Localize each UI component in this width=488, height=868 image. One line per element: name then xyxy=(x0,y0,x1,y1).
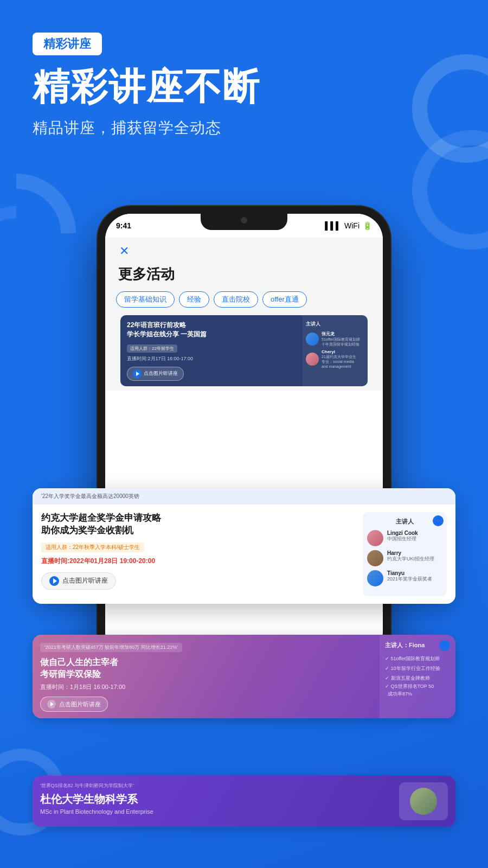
tag-badge: 精彩讲座 xyxy=(33,33,102,55)
speaker-avatar-0 xyxy=(306,333,319,346)
filter-tab-3[interactable]: offer直通 xyxy=(262,291,307,308)
fc-speaker-2: Tianyu 2021年奖学金获奖者 xyxy=(367,570,442,586)
deco-circle-2 xyxy=(412,130,488,250)
bc1-listen-btn[interactable]: 点击图片听讲座 xyxy=(40,697,108,712)
speaker-1-role: 21届约克大学毕业生专业：social mediaand management xyxy=(322,354,356,369)
filter-tabs: 留学基础知识 经验 直击院校 offer直通 xyxy=(116,291,372,308)
card-1-title: 22年语言班行前攻略学长学姐在线分享 一英国篇 xyxy=(127,321,296,339)
bc1-time: 直播时间：1月18日 16:00-17:00 xyxy=(40,683,372,691)
fc-audience: 适用人群：22年秋季入学本科/硕士学生 xyxy=(41,542,144,552)
fc-speakers-label: 主讲人 xyxy=(367,518,442,526)
bc1-left: '2021年考研人数突破457万 较前年增加80万 同比增长21.22%' 做自… xyxy=(33,635,380,718)
fc-play-triangle xyxy=(53,578,57,584)
fc-blue-dot xyxy=(433,515,444,526)
sub-title: 精品讲座，捕获留学全动态 xyxy=(33,118,455,138)
fc-speaker-1-name: Harry xyxy=(387,550,434,556)
fc-speaker-1-info: Harry 约克大学UKI招生经理 xyxy=(387,550,434,563)
speaker-1-name: Cheryl xyxy=(322,349,356,354)
bc1-btn-label: 点击图片听讲座 xyxy=(59,700,101,709)
bottom-card-2[interactable]: '世界QS排名82 与牛津剑桥同为学院制大学' 杜伦大学生物科学系 MSc in… xyxy=(33,776,455,827)
bc2-top-tag: '世界QS排名82 与牛津剑桥同为学院制大学' xyxy=(40,782,394,789)
screen-content: ✕ 更多活动 留学基础知识 经验 直击院校 offer直通 22年语言班行前攻略… xyxy=(105,238,383,391)
speaker-avatar-1 xyxy=(306,353,319,366)
status-time: 9:41 xyxy=(116,221,131,230)
bc2-left: '世界QS排名82 与牛津剑桥同为学院制大学' 杜伦大学生物科学系 MSc in… xyxy=(40,782,394,815)
fc-listen-btn[interactable]: 点击图片听讲座 xyxy=(41,572,116,590)
fc-speaker-1-role: 约克大学UKI招生经理 xyxy=(387,556,434,563)
fc-header: '22年入学奖学金最高金额高达20000英镑 xyxy=(33,488,455,505)
speaker-0-name: 张元龙 xyxy=(322,331,360,337)
speaker-1-info: Cheryl 21届约克大学毕业生专业：social mediaand mana… xyxy=(322,349,356,369)
filter-tab-2[interactable]: 直击院校 xyxy=(214,291,258,308)
bc2-right xyxy=(399,782,448,820)
card-1-speaker-0: 张元龙 51offer国际教育规划师十年英国留学规划经验 xyxy=(306,331,364,347)
fc-btn-label: 点击图片听讲座 xyxy=(62,576,108,585)
fc-play-circle xyxy=(49,576,59,586)
bc1-play-circle xyxy=(47,700,56,709)
bc1-right: 主讲人：Fiona ✓ 51offer国际教育规划师 ✓ 10年留学行业工作经验… xyxy=(380,635,455,718)
fc-right: 主讲人 Lingzi Cook 中国招生经理 Harry 约克大学UKI招生经理 xyxy=(363,512,447,596)
fc-title: 约克大学超全奖学金申请攻略助你成为奖学金收割机 xyxy=(41,512,356,537)
fc-avatar-1 xyxy=(367,550,383,566)
card-1-wrapper: 22年语言班行前攻略学长学姐在线分享 一英国篇 适用人群：22年留学生 直播时间… xyxy=(116,315,372,391)
screen-section-title: 更多活动 xyxy=(116,265,372,284)
fc-top-tag: '22年入学奖学金最高金额高达20000英镑 xyxy=(41,493,139,499)
fc-time: 直播时间:2022年01月28日 19:00-20:00 xyxy=(41,557,356,566)
card-1-listen-btn[interactable]: 点击图片听讲座 xyxy=(127,367,184,381)
fc-speaker-0-role: 中国招生经理 xyxy=(387,536,418,542)
featured-card: '22年入学奖学金最高金额高达20000英镑 约克大学超全奖学金申请攻略助你成为… xyxy=(33,488,455,604)
bc1-title: 做自己人生的主宰者考研留学双保险 xyxy=(40,656,372,680)
fc-speaker-1: Harry 约克大学UKI招生经理 xyxy=(367,550,442,566)
bc1-checks: ✓ 51offer国际教育规划师 ✓ 10年留学行业工作经验 ✓ 新浪五星金牌教… xyxy=(385,654,450,698)
fc-speaker-2-info: Tianyu 2021年奖学金获奖者 xyxy=(387,570,432,583)
bc1-top-tag: '2021年考研人数突破457万 较前年增加80万 同比增长21.22%' xyxy=(40,643,182,652)
card-1-btn-label: 点击图片听讲座 xyxy=(144,370,178,377)
bc2-subtitle: MSc in Plant Biotechnology and Enterpris… xyxy=(40,808,394,815)
filter-tab-0[interactable]: 留学基础知识 xyxy=(116,291,175,308)
fc-speaker-2-role: 2021年奖学金获奖者 xyxy=(387,576,432,583)
header: 精彩讲座 精彩讲座不断 精品讲座，捕获留学全动态 xyxy=(33,33,455,138)
main-title: 精彩讲座不断 xyxy=(33,66,455,107)
card-1-audience: 适用人群：22年留学生 xyxy=(127,344,177,353)
filter-tab-1[interactable]: 经验 xyxy=(179,291,209,308)
play-icon-1 xyxy=(133,369,142,378)
fc-avatar-2 xyxy=(367,570,383,586)
wifi-icon: WiFi xyxy=(344,221,359,230)
bc2-avatar xyxy=(410,788,437,815)
fc-speaker-0-info: Lingzi Cook 中国招生经理 xyxy=(387,530,418,542)
card-1-left: 22年语言班行前攻略学长学姐在线分享 一英国篇 适用人群：22年留学生 直播时间… xyxy=(120,315,303,386)
phone-camera xyxy=(241,217,247,224)
bottom-card-1[interactable]: '2021年考研人数突破457万 较前年增加80万 同比增长21.22%' 做自… xyxy=(33,635,455,718)
card-1-host-label: 主讲人 xyxy=(306,321,364,328)
speaker-0-role: 51offer国际教育规划师十年英国留学规划经验 xyxy=(322,337,360,347)
speaker-0-info: 张元龙 51offer国际教育规划师十年英国留学规划经验 xyxy=(322,331,360,347)
fc-body: 约克大学超全奖学金申请攻略助你成为奖学金收割机 适用人群：22年秋季入学本科/硕… xyxy=(33,505,455,604)
card-1-time: 直播时间:2月17日 16:00-17:00 xyxy=(127,355,296,362)
bc2-title: 杜伦大学生物科学系 xyxy=(40,793,394,806)
bc1-blue-dot xyxy=(439,640,450,651)
play-triangle-1 xyxy=(136,372,139,376)
fc-speaker-0-name: Lingzi Cook xyxy=(387,530,418,536)
fc-left: 约克大学超全奖学金申请攻略助你成为奖学金收割机 适用人群：22年秋季入学本科/硕… xyxy=(41,512,356,596)
lecture-card-1[interactable]: 22年语言班行前攻略学长学姐在线分享 一英国篇 适用人群：22年留学生 直播时间… xyxy=(120,315,368,386)
fc-speaker-2-name: Tianyu xyxy=(387,570,432,576)
fc-speaker-0: Lingzi Cook 中国招生经理 xyxy=(367,530,442,546)
fc-avatar-0 xyxy=(367,530,383,546)
bc1-play-triangle xyxy=(50,702,54,706)
card-1-speaker-1: Cheryl 21届约克大学毕业生专业：social mediaand mana… xyxy=(306,349,364,369)
card-1-right: 主讲人 张元龙 51offer国际教育规划师十年英国留学规划经验 xyxy=(303,315,368,386)
status-icons: ▌▌▌ WiFi 🔋 xyxy=(325,221,372,230)
signal-icon: ▌▌▌ xyxy=(325,221,341,230)
battery-icon: 🔋 xyxy=(363,221,372,230)
close-button[interactable]: ✕ xyxy=(116,243,132,259)
